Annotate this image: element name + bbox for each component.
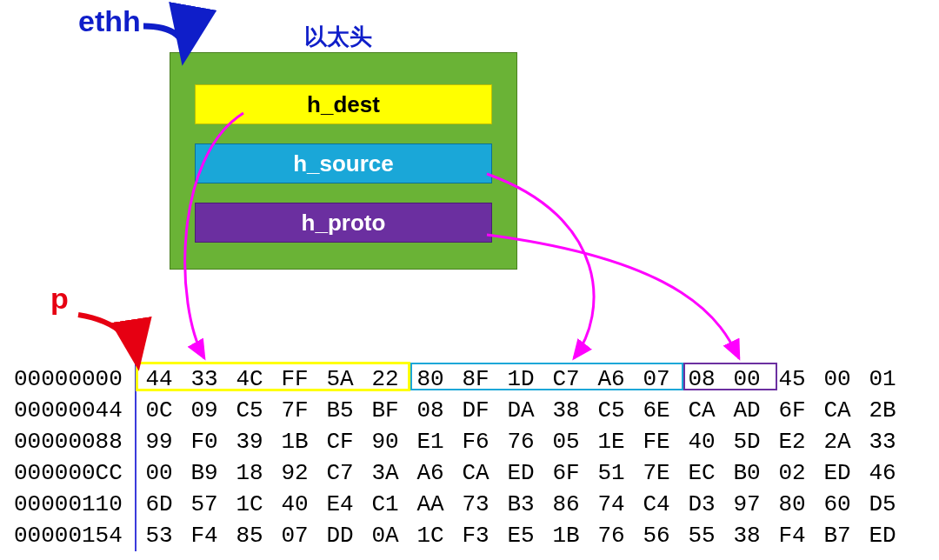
hex-offset: 000000CC bbox=[10, 457, 137, 489]
hex-byte: C4 bbox=[634, 489, 679, 520]
hex-byte: 99 bbox=[137, 426, 182, 457]
hex-byte: 80 bbox=[769, 489, 815, 520]
hex-byte: 6F bbox=[769, 395, 815, 426]
hex-byte: 05 bbox=[543, 426, 589, 457]
struct-box: h_dest h_source h_proto bbox=[170, 52, 517, 270]
hex-byte: AA bbox=[408, 489, 453, 520]
hex-byte: 00 bbox=[815, 363, 860, 395]
hex-byte: 40 bbox=[679, 426, 724, 457]
hex-byte: ED bbox=[860, 520, 905, 551]
hex-byte: 44 bbox=[137, 363, 182, 395]
hex-byte: 40 bbox=[272, 489, 317, 520]
hex-byte: 73 bbox=[453, 489, 498, 520]
hex-byte: 00 bbox=[137, 457, 182, 489]
hex-byte: 90 bbox=[363, 426, 408, 457]
hex-byte: 1E bbox=[589, 426, 634, 457]
hex-row: 000001106D571C40E4C1AA73B38674C4D3978060… bbox=[10, 489, 905, 520]
hex-byte: 45 bbox=[769, 363, 815, 395]
hex-row: 0000008899F0391BCF90E1F676051EFE405DE22A… bbox=[10, 426, 905, 457]
hex-byte: A6 bbox=[589, 363, 634, 395]
hex-byte: E4 bbox=[317, 489, 363, 520]
hex-row: 0000000044334CFF5A22808F1DC7A60708004500… bbox=[10, 363, 905, 395]
hex-byte: C7 bbox=[543, 363, 589, 395]
hex-byte: F4 bbox=[769, 520, 815, 551]
hex-byte: 38 bbox=[543, 395, 589, 426]
hex-byte: E2 bbox=[769, 426, 815, 457]
field-h-proto: h_proto bbox=[195, 203, 492, 243]
hex-byte: F3 bbox=[453, 520, 498, 551]
hex-byte: CA bbox=[679, 395, 724, 426]
hex-byte: 53 bbox=[137, 520, 182, 551]
hex-byte: F6 bbox=[453, 426, 498, 457]
hex-byte: E5 bbox=[498, 520, 543, 551]
hex-byte: 39 bbox=[227, 426, 272, 457]
hex-byte: A6 bbox=[408, 457, 453, 489]
hex-byte: 92 bbox=[272, 457, 317, 489]
hex-byte: DA bbox=[498, 395, 543, 426]
hex-offset: 00000044 bbox=[10, 395, 137, 426]
hex-byte: FE bbox=[634, 426, 679, 457]
arrow-ethh bbox=[143, 26, 184, 54]
hex-byte: 85 bbox=[227, 520, 272, 551]
hex-byte: 74 bbox=[589, 489, 634, 520]
hex-byte: 46 bbox=[860, 457, 905, 489]
hex-byte: C5 bbox=[227, 395, 272, 426]
hex-byte: F4 bbox=[182, 520, 227, 551]
hex-offset: 00000154 bbox=[10, 520, 137, 551]
hex-byte: 76 bbox=[498, 426, 543, 457]
hex-byte: E1 bbox=[408, 426, 453, 457]
arrow-hproto bbox=[487, 235, 739, 358]
hex-row: 000000CC00B91892C73AA6CAED6F517EECB002ED… bbox=[10, 457, 905, 489]
hex-byte: B3 bbox=[498, 489, 543, 520]
hex-byte: 6F bbox=[543, 457, 589, 489]
hex-byte: DF bbox=[453, 395, 498, 426]
hex-offset: 00000110 bbox=[10, 489, 137, 520]
field-h-dest: h_dest bbox=[195, 84, 492, 124]
hex-byte: 2B bbox=[860, 395, 905, 426]
p-label: p bbox=[50, 282, 69, 316]
hex-byte: 01 bbox=[860, 363, 905, 395]
hex-row: 0000015453F48507DD0A1CF3E51B76565538F4B7… bbox=[10, 520, 905, 551]
hex-byte: D3 bbox=[679, 489, 724, 520]
hex-byte: F0 bbox=[182, 426, 227, 457]
hex-byte: 1C bbox=[227, 489, 272, 520]
hex-byte: 5D bbox=[724, 426, 769, 457]
struct-title: 以太头 bbox=[304, 22, 372, 52]
hex-byte: 2A bbox=[815, 426, 860, 457]
hex-byte: 8F bbox=[453, 363, 498, 395]
hex-byte: B9 bbox=[182, 457, 227, 489]
hex-byte: CA bbox=[815, 395, 860, 426]
hex-byte: FF bbox=[272, 363, 317, 395]
hex-byte: C5 bbox=[589, 395, 634, 426]
hex-byte: 5A bbox=[317, 363, 363, 395]
hex-byte: 1D bbox=[498, 363, 543, 395]
hex-byte: B5 bbox=[317, 395, 363, 426]
hex-byte: 57 bbox=[182, 489, 227, 520]
hex-byte: DD bbox=[317, 520, 363, 551]
hex-byte: EC bbox=[679, 457, 724, 489]
hex-byte: 97 bbox=[724, 489, 769, 520]
hex-byte: 38 bbox=[724, 520, 769, 551]
hex-byte: 07 bbox=[272, 520, 317, 551]
hex-byte: AD bbox=[724, 395, 769, 426]
hex-byte: 56 bbox=[634, 520, 679, 551]
hex-byte: 08 bbox=[408, 395, 453, 426]
hex-byte: B7 bbox=[815, 520, 860, 551]
hex-byte: 33 bbox=[182, 363, 227, 395]
hex-byte: B0 bbox=[724, 457, 769, 489]
hex-byte: 80 bbox=[408, 363, 453, 395]
hex-row: 000000440C09C57FB5BF08DFDA38C56ECAAD6FCA… bbox=[10, 395, 905, 426]
hex-byte: 6D bbox=[137, 489, 182, 520]
hex-byte: 60 bbox=[815, 489, 860, 520]
hex-byte: 22 bbox=[363, 363, 408, 395]
ethh-label: ethh bbox=[78, 4, 141, 38]
hex-offset: 00000000 bbox=[10, 363, 137, 395]
hex-byte: ED bbox=[498, 457, 543, 489]
hex-byte: 6E bbox=[634, 395, 679, 426]
hex-byte: 1B bbox=[272, 426, 317, 457]
hex-byte: 07 bbox=[634, 363, 679, 395]
hex-byte: 51 bbox=[589, 457, 634, 489]
hex-byte: 86 bbox=[543, 489, 589, 520]
hex-byte: C7 bbox=[317, 457, 363, 489]
hex-byte: 09 bbox=[182, 395, 227, 426]
